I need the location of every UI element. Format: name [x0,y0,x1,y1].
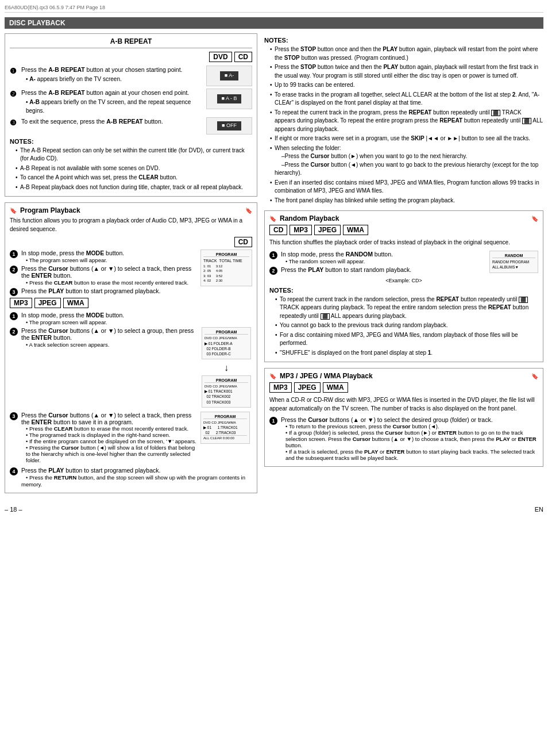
program-playback-subtext: This function allows you to program a pl… [10,217,252,233]
mp3-step-1: 1 In stop mode, press the MODE button. •… [10,312,252,325]
rand-note-1: To repeat the current track in the rando… [275,296,538,321]
program-playback-section: 🔖 Program Playback 🔖 This function allow… [5,202,257,493]
mp3-screen-3: PROGRAM DVD CD JPEG/WMA ▶ 01 1:TRACK01 0… [200,412,252,446]
ab-note-2: A-B Repeat is not available with some sc… [16,164,252,173]
cd-step-3: 3 Press the PLAY button to start program… [10,287,197,296]
cd-step-2: 2 Press the Cursor buttons (▲ or ▼) to s… [10,265,197,286]
ab-repeat-badges: DVD CD [10,52,252,62]
disc-playback-section: DISC PLAYBACK A-B REPEAT DVD CD ❶ Press … [5,17,543,513]
random-subtext: This function shuffles the playback orde… [269,239,538,247]
ab-repeat-title: A-B REPEAT [10,37,252,48]
program-screen-cd: PROGRAM TRACK TOTAL TIME 1: 01 3:12 2: 0… [200,250,252,286]
random-badges: CD MP3 JPEG WMA [269,225,538,235]
lang-label: EN [535,506,543,513]
page-footer: – 18 – EN [5,506,543,513]
rand-note-2: You cannot go back to the previous track… [275,321,538,330]
left-column: A-B REPEAT DVD CD ❶ Press the A-B REPEAT… [5,33,257,499]
right-column: NOTES: Press the STOP button once and th… [264,33,543,499]
ab-note-1: The A-B Repeat section can only be set w… [16,147,252,163]
mp3-jpeg-wma-section: 🔖 MP3 / JPEG / WMA Playback 🔖 MP3 JPEG W… [264,368,543,467]
mp3-screens: PROGRAM DVD CD JPEG/WMA ▶ 01 FOLDER-A 02… [200,327,252,409]
prog-note-8: Even if an inserted disc contains mixed … [270,179,543,195]
program-playback-header: 🔖 Program Playback 🔖 [10,206,252,214]
program-cd-badge: CD [10,237,252,247]
cd-step-1: 1 In stop mode, press the MODE button. •… [10,250,197,263]
random-example-label: <Example: CD> [269,278,538,283]
ab-step-2: ❷ Press the A-B REPEAT button again at y… [10,89,252,115]
ab-note-4: A-B Repeat playback does not function du… [16,183,252,192]
mp3-jpeg-wma-title: MP3 / JPEG / WMA Playback [280,372,528,380]
prog-note-3: Up to 99 tracks can be entered. [270,81,543,90]
mp3-step-4: 4 Press the PLAY button to start program… [10,467,252,488]
rand-note-3: For a disc containing mixed MP3, JPEG an… [275,331,538,348]
random-playback-header: 🔖 Random Playback 🔖 [269,214,538,222]
ab-screen-1: ■ A- [206,66,252,86]
mp3-jpeg-wma-subtext: When a CD-R or CD-RW disc with MP3, JPEG… [269,396,538,413]
program-notes: NOTES: Press the STOP button once and th… [264,37,543,205]
random-screen: RANDOM RANDOM PROGRAMALL ALBUMS▼ [489,251,538,274]
ab-screen-3: ■ OFF [206,117,252,135]
disc-playback-title: DISC PLAYBACK [5,17,543,29]
mp3-jpeg-wma-badges: MP3 JPEG WMA [269,382,538,393]
ab-repeat-section: A-B REPEAT DVD CD ❶ Press the A-B REPEAT… [5,33,257,197]
prog-note-4: To erase tracks in the program all toget… [270,91,543,108]
program-mp3-badges: MP3 JPEG WMA [10,298,252,308]
prog-note-9: The front panel display has blinked whil… [270,197,543,205]
ab-steps: ❶ Press the A-B REPEAT button at your ch… [10,66,252,135]
mp3-step-2: 2 Press the Cursor buttons (▲ or ▼) to s… [10,327,197,348]
random-step-1: 1 In stop mode, press the RANDOM button.… [269,251,486,264]
mp3-jpeg-wma-header: 🔖 MP3 / JPEG / WMA Playback 🔖 [269,372,538,380]
mp3-wma-step-1: 1 Press the Cursor buttons (▲ or ▼) to s… [269,416,538,461]
random-step-2: 2 Press the PLAY button to start random … [269,266,486,275]
ab-screen-2: ■ A - B [206,89,252,109]
prog-note-1: Press the STOP button once and then the … [270,45,543,62]
ab-repeat-notes: NOTES: The A-B Repeat section can only b… [10,138,252,192]
random-playback-section: 🔖 Random Playback 🔖 CD MP3 JPEG WMA This… [264,210,543,362]
prog-note-6: If eight or more tracks were set in a pr… [270,135,543,143]
prog-note-7: When selecting the folder: –Press the Cu… [270,144,543,178]
random-notes: NOTES: To repeat the current track in th… [269,287,538,358]
ab-step-1: ❶ Press the A-B REPEAT button at your ch… [10,66,252,86]
prog-note-5: To repeat the current track in the progr… [270,109,543,134]
page-header: E6A80UD(EN).qx3 06.5.9 7:47 PM Page 18 [5,5,543,13]
dvd-badge: DVD [209,52,231,62]
prog-note-2: Press the STOP button twice and then the… [270,63,543,80]
cd-badge-ab: CD [234,52,252,62]
rand-note-4: "SHUFFLE" is displayed on the front pane… [275,349,538,358]
page-num: – 18 – [5,506,22,513]
ab-note-3: To cancel the A point which was set, pre… [16,174,252,182]
random-playback-title: Random Playback [280,214,528,222]
ab-step-3: ❸ To exit the sequence, press the A-B RE… [10,117,252,135]
mp3-step-3: 3 Press the Cursor buttons (▲ or ▼) to s… [10,412,197,463]
program-playback-title: Program Playback [20,206,242,214]
